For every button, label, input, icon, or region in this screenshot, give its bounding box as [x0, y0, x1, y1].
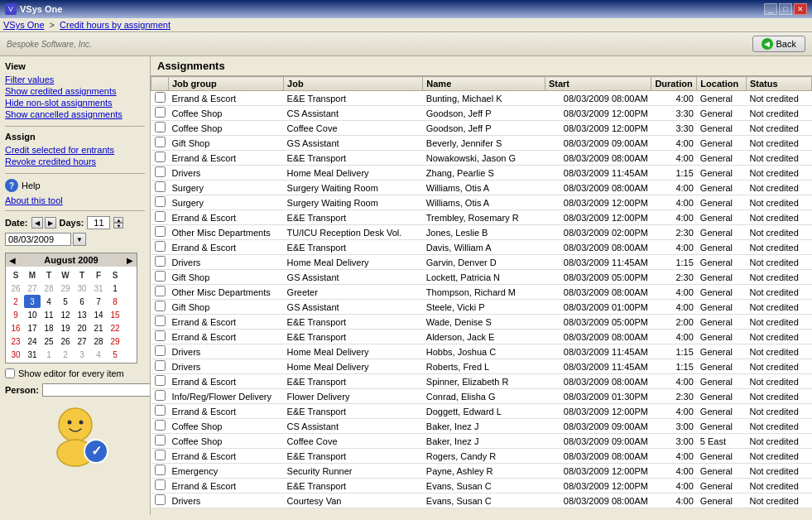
row-checkbox[interactable] — [155, 345, 166, 356]
calendar-day[interactable]: 22 — [107, 321, 123, 335]
date-prev-arrow[interactable]: ◀ — [31, 217, 43, 229]
date-dropdown-button[interactable]: ▼ — [73, 233, 86, 246]
calendar-day[interactable]: 12 — [57, 308, 74, 321]
person-input[interactable] — [42, 383, 151, 397]
row-checkbox[interactable] — [155, 330, 166, 341]
row-checkbox[interactable] — [155, 211, 166, 222]
row-checkbox[interactable] — [155, 181, 166, 192]
row-checkbox[interactable] — [155, 360, 166, 371]
calendar-day[interactable]: 29 — [107, 335, 123, 348]
row-checkbox-cell[interactable] — [151, 344, 169, 359]
days-spin-down[interactable]: ▼ — [113, 223, 123, 229]
row-checkbox[interactable] — [155, 375, 166, 386]
calendar-day[interactable]: 23 — [7, 335, 24, 348]
table-container[interactable]: Job group Job Name Start Duration Locati… — [151, 76, 812, 515]
calendar-day[interactable]: 4 — [90, 348, 107, 361]
help-button[interactable]: ? Help — [5, 179, 145, 192]
calendar-day[interactable]: 21 — [90, 321, 107, 335]
breadcrumb-parent[interactable]: VSys One — [3, 20, 45, 30]
calendar-day[interactable]: 2 — [7, 295, 24, 308]
maximize-button[interactable]: □ — [779, 3, 792, 15]
calendar-day[interactable]: 19 — [57, 321, 74, 335]
row-checkbox[interactable] — [155, 152, 166, 162]
row-checkbox[interactable] — [155, 107, 166, 118]
about-link[interactable]: About this tool — [5, 195, 145, 205]
row-checkbox[interactable] — [155, 286, 166, 296]
row-checkbox[interactable] — [155, 92, 166, 103]
row-checkbox-cell[interactable] — [151, 255, 169, 270]
calendar-day[interactable]: 26 — [7, 282, 24, 295]
row-checkbox-cell[interactable] — [151, 225, 169, 240]
calendar-day[interactable]: 6 — [74, 295, 90, 308]
row-checkbox-cell[interactable] — [151, 270, 169, 285]
calendar-day[interactable]: 25 — [41, 335, 57, 348]
row-checkbox-cell[interactable] — [151, 419, 169, 434]
row-checkbox-cell[interactable] — [151, 166, 169, 181]
row-checkbox-cell[interactable] — [151, 240, 169, 255]
row-checkbox-cell[interactable] — [151, 315, 169, 330]
row-checkbox-cell[interactable] — [151, 464, 169, 479]
calendar-day[interactable]: 27 — [24, 282, 41, 295]
calendar-day[interactable]: 9 — [7, 308, 24, 321]
row-checkbox-cell[interactable] — [151, 389, 169, 404]
row-checkbox-cell[interactable] — [151, 330, 169, 344]
row-checkbox[interactable] — [155, 166, 166, 177]
row-checkbox[interactable] — [155, 241, 166, 252]
row-checkbox[interactable] — [155, 256, 166, 267]
calendar-day[interactable]: 26 — [57, 335, 74, 348]
calendar-day[interactable]: 16 — [7, 321, 24, 335]
show-editor-checkbox[interactable] — [5, 368, 15, 378]
row-checkbox[interactable] — [155, 390, 166, 401]
calendar-day[interactable]: 7 — [90, 295, 107, 308]
row-checkbox[interactable] — [155, 420, 166, 431]
days-spinner[interactable]: ▲ ▼ — [113, 217, 123, 229]
sidebar-item-revoke-credited[interactable]: Revoke credited hours — [5, 156, 145, 166]
calendar-day[interactable]: 2 — [57, 348, 74, 361]
row-checkbox-cell[interactable] — [151, 210, 169, 225]
calendar-day[interactable]: 13 — [74, 308, 90, 321]
calendar-day[interactable]: 31 — [90, 282, 107, 295]
calendar-day[interactable]: 30 — [74, 282, 90, 295]
calendar-day[interactable]: 24 — [24, 335, 41, 348]
sidebar-item-show-cancelled[interactable]: Show cancelled assignments — [5, 109, 145, 119]
minimize-button[interactable]: _ — [764, 3, 777, 15]
breadcrumb-current[interactable]: Credit hours by assignment — [60, 20, 171, 30]
days-input[interactable] — [87, 216, 110, 229]
row-checkbox[interactable] — [155, 196, 166, 207]
back-button[interactable]: ◀ Back — [752, 36, 805, 52]
window-controls[interactable]: _ □ ✕ — [764, 3, 807, 15]
row-checkbox-cell[interactable] — [151, 195, 169, 210]
calendar-day[interactable]: 28 — [41, 282, 57, 295]
calendar-day[interactable]: 28 — [90, 335, 107, 348]
row-checkbox[interactable] — [155, 494, 166, 505]
days-spin-up[interactable]: ▲ — [113, 217, 123, 223]
calendar-day[interactable]: 31 — [24, 348, 41, 361]
calendar-day[interactable]: 3 — [74, 348, 90, 361]
row-checkbox[interactable] — [155, 301, 166, 311]
row-checkbox[interactable] — [155, 271, 166, 282]
row-checkbox[interactable] — [155, 465, 166, 475]
sidebar-item-filter-values[interactable]: Filter values — [5, 75, 145, 84]
calendar-day[interactable]: 1 — [107, 282, 123, 295]
date-next-arrow[interactable]: ▶ — [45, 217, 56, 229]
row-checkbox-cell[interactable] — [151, 285, 169, 300]
calendar-day[interactable]: 18 — [41, 321, 57, 335]
row-checkbox[interactable] — [155, 435, 166, 445]
calendar-day[interactable]: 4 — [41, 295, 57, 308]
row-checkbox-cell[interactable] — [151, 374, 169, 389]
row-checkbox-cell[interactable] — [151, 151, 169, 166]
calendar-day[interactable]: 17 — [24, 321, 41, 335]
row-checkbox-cell[interactable] — [151, 404, 169, 419]
calendar-day[interactable]: 30 — [7, 348, 24, 361]
row-checkbox[interactable] — [155, 315, 166, 326]
row-checkbox[interactable] — [155, 450, 166, 460]
row-checkbox-cell[interactable] — [151, 359, 169, 374]
sidebar-item-credit-selected[interactable]: Credit selected for entrants — [5, 145, 145, 155]
calendar-day[interactable]: 14 — [90, 308, 107, 321]
row-checkbox-cell[interactable] — [151, 494, 169, 508]
row-checkbox[interactable] — [155, 137, 166, 147]
calendar-day[interactable]: 11 — [41, 308, 57, 321]
calendar-day[interactable]: 15 — [107, 308, 123, 321]
calendar-prev-button[interactable]: ◀ — [9, 256, 16, 265]
calendar-day[interactable]: 27 — [74, 335, 90, 348]
